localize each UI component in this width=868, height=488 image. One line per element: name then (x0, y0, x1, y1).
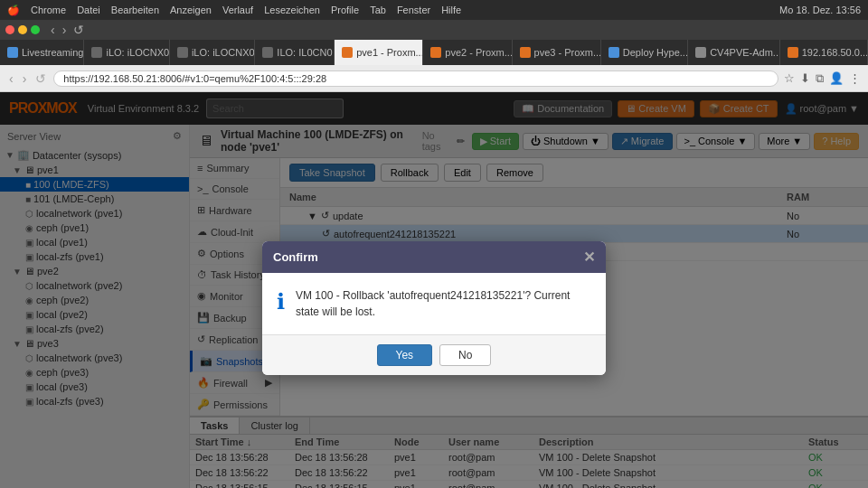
reload-btn[interactable]: ↺ (71, 23, 86, 37)
tab-pve2[interactable]: pve2 - Proxm... ✕ (423, 40, 512, 65)
tabs-bar: Livestreaming ✕ iLO: iLOCNX0 ✕ iLO: iLOC… (0, 40, 868, 65)
dialog-overlay: Confirm ✕ ℹ VM 100 - Rollback 'autofrequ… (0, 92, 868, 488)
proxmox-wrapper: PROXMOX Virtual Environment 8.3.2 📖 Docu… (0, 92, 868, 488)
menu-anzeigen[interactable]: Anzeigen (170, 5, 212, 15)
settings-icon[interactable]: ⋮ (849, 71, 861, 86)
dialog-yes-button[interactable]: Yes (377, 344, 433, 366)
dialog-no-button[interactable]: No (439, 344, 491, 366)
browser-navigation: ‹ › ↺ (49, 23, 86, 37)
tab-ip[interactable]: 192.168.50.0... ✕ (780, 40, 868, 65)
tab-deploy[interactable]: Deploy Hype... ✕ (601, 40, 688, 65)
dialog-message: VM 100 - Rollback 'autofrequent241218135… (296, 287, 591, 320)
apple-menu[interactable]: 🍎 (7, 5, 20, 16)
tab-cv4pve[interactable]: CV4PVE-Adm... ✕ (688, 40, 780, 65)
mac-topbar: 🍎 Chrome Datei Bearbeiten Anzeigen Verla… (0, 0, 868, 20)
menu-hilfe[interactable]: Hilfe (441, 5, 461, 15)
addr-back-btn[interactable]: ‹ (7, 71, 15, 86)
datetime-display: Mo 18. Dez. 13:56 (779, 5, 861, 15)
back-btn[interactable]: ‹ (49, 23, 57, 37)
tab-livestreaming[interactable]: Livestreaming ✕ (0, 40, 84, 65)
menu-profile[interactable]: Profile (331, 5, 359, 15)
minimize-window-btn[interactable] (18, 25, 27, 34)
menu-bearbeiten[interactable]: Bearbeiten (111, 5, 159, 15)
close-window-btn[interactable] (5, 25, 14, 34)
tab-ilo3[interactable]: ILO: IL0CN0 ✕ (255, 40, 335, 65)
download-icon[interactable]: ⬇ (800, 71, 810, 86)
dialog-body: ℹ VM 100 - Rollback 'autofrequent2412181… (262, 273, 606, 334)
tab-ilo2[interactable]: iLO: iLOCNX0 ✕ (170, 40, 255, 65)
dialog-close-button[interactable]: ✕ (583, 249, 595, 266)
menu-lesezeichen[interactable]: Lesezeichen (264, 5, 320, 15)
window-controls (5, 25, 40, 34)
menu-verlauf[interactable]: Verlauf (222, 5, 253, 15)
extensions-icon[interactable]: ⧉ (816, 71, 824, 86)
dialog-footer: Yes No (262, 334, 606, 375)
mac-topbar-right: Mo 18. Dez. 13:56 (779, 5, 861, 15)
menu-tab[interactable]: Tab (370, 5, 386, 15)
bookmark-icon[interactable]: ☆ (784, 71, 795, 86)
tab-pve3[interactable]: pve3 - Proxm... ✕ (513, 40, 601, 65)
address-bar: ‹ › ↺ ☆ ⬇ ⧉ 👤 ⋮ (0, 65, 868, 92)
browser-action-icons: ☆ ⬇ ⧉ 👤 ⋮ (784, 71, 861, 86)
dialog-title: Confirm (273, 250, 318, 264)
maximize-window-btn[interactable] (31, 25, 40, 34)
mac-topbar-left: 🍎 Chrome Datei Bearbeiten Anzeigen Verla… (7, 5, 461, 16)
app-name: Chrome (31, 5, 66, 15)
addr-forward-btn[interactable]: › (21, 71, 29, 86)
browser-chrome: ‹ › ↺ (0, 20, 868, 40)
menu-datei[interactable]: Datei (77, 5, 100, 15)
tab-ilo1[interactable]: iLO: iLOCNX0 ✕ (84, 40, 169, 65)
menu-fenster[interactable]: Fenster (397, 5, 430, 15)
dialog-info-icon: ℹ (277, 289, 285, 314)
address-input[interactable] (53, 70, 778, 87)
addr-reload-btn[interactable]: ↺ (33, 71, 48, 86)
profile-icon[interactable]: 👤 (829, 71, 844, 86)
tab-pve1[interactable]: pve1 - Proxm... ✕ (335, 40, 423, 65)
dialog-header: Confirm ✕ (262, 241, 606, 273)
forward-btn[interactable]: › (61, 23, 69, 37)
confirm-dialog: Confirm ✕ ℹ VM 100 - Rollback 'autofrequ… (262, 241, 606, 375)
